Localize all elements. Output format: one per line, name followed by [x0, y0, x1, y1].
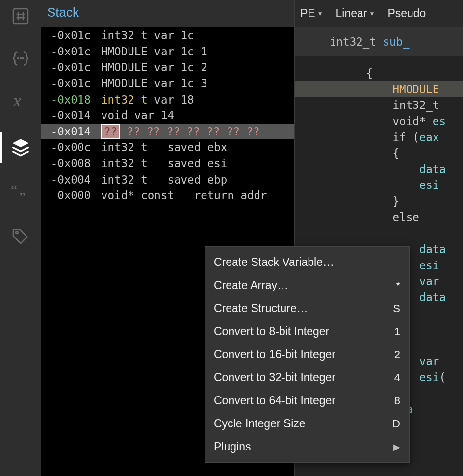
stack-value: int32_t __saved_esi [94, 156, 227, 172]
chevron-down-icon: ▼ [317, 10, 323, 17]
stack-value: HMODULE var_1c_2 [94, 59, 207, 76]
code-line[interactable]: void* es [295, 113, 463, 130]
stack-offset: -0x01c [41, 44, 94, 60]
panel-title-bar: Stack [41, 0, 294, 27]
svg-text:”: ” [19, 189, 26, 204]
menu-item-shortcut: 4 [394, 371, 400, 384]
view-mode-dropdown[interactable]: Linear▼ [336, 7, 375, 20]
decomp-sig-name[interactable]: sub_ [383, 35, 409, 48]
decomp-tabs: PE▼Linear▼Pseudo [295, 0, 463, 27]
stack-offset: -0x014 [41, 124, 94, 140]
code-line[interactable]: HMODULE [295, 81, 463, 98]
svg-point-2 [20, 58, 21, 59]
code-line[interactable]: data [295, 161, 463, 178]
menu-item-shortcut: S [393, 302, 400, 315]
stack-row[interactable]: -0x00cint32_t __saved_ebx [41, 139, 294, 156]
stack-offset: -0x004 [41, 172, 94, 188]
svg-point-7 [16, 231, 18, 234]
menu-item-label: Convert to 32-bit Integer [214, 371, 335, 384]
code-line[interactable]: if (eax [295, 130, 463, 146]
stack-row[interactable]: -0x01cint32_t var_1c [41, 27, 294, 44]
stack-offset: -0x014 [41, 107, 94, 124]
svg-point-3 [23, 58, 24, 59]
stack-offset: -0x00c [41, 139, 94, 156]
stack-value: int32_t __saved_ebx [94, 139, 227, 156]
stack-row[interactable]: -0x01cHMODULE var_1c_1 [41, 44, 294, 60]
code-line[interactable]: { [295, 145, 463, 161]
stack-row[interactable]: -0x018int32_t var_18 [41, 92, 294, 108]
context-menu-item[interactable]: Convert to 8-bit Integer1 [205, 320, 409, 343]
stack-value: int32_t var_18 [94, 92, 194, 108]
stack-row[interactable]: -0x014void var_14 [41, 107, 294, 124]
stack-offset: -0x008 [41, 156, 94, 172]
svg-point-1 [18, 58, 19, 59]
stack-value: int32_t __saved_ebp [94, 172, 227, 188]
sidebar-rail: x“” [0, 0, 41, 476]
code-line[interactable]: int32_t [295, 97, 463, 113]
menu-item-label: Create Structure… [214, 302, 308, 315]
stack-offset: -0x01c [41, 27, 94, 44]
dropdown-label: Pseudo [387, 7, 426, 20]
svg-text:“: “ [11, 184, 17, 198]
svg-text:x: x [13, 91, 21, 110]
unknown-bytes-selection[interactable]: ?? [101, 124, 120, 139]
layers-icon[interactable] [9, 136, 32, 159]
stack-value: int32_t var_1c [94, 27, 194, 44]
decomp-sig-type: int32_t [330, 35, 376, 48]
stack-value: HMODULE var_1c_3 [94, 76, 207, 92]
x-italic-icon[interactable]: x [9, 89, 32, 112]
context-menu-item[interactable]: Convert to 32-bit Integer4 [205, 366, 409, 389]
menu-item-label: Convert to 64-bit Integer [214, 394, 335, 407]
context-menu-item[interactable]: Convert to 16-bit Integer2 [205, 343, 409, 366]
hash-icon[interactable] [9, 5, 32, 27]
context-menu-item[interactable]: Cycle Integer SizeD [205, 412, 409, 435]
context-menu-item[interactable]: Plugins▶ [205, 435, 409, 458]
decomp-signature: int32_t sub_ [295, 27, 463, 56]
menu-item-label: Convert to 8-bit Integer [214, 325, 329, 338]
menu-item-label: Convert to 16-bit Integer [214, 348, 335, 361]
context-menu-item[interactable]: Create Stack Variable… [205, 251, 409, 274]
menu-item-shortcut: 1 [394, 325, 400, 338]
stack-value: void* const __return_addr [94, 187, 267, 204]
menu-item-label: Create Array… [214, 279, 288, 292]
context-menu[interactable]: Create Stack Variable…Create Array…*Crea… [205, 246, 410, 463]
view-mode-dropdown[interactable]: PE▼ [300, 7, 323, 20]
tag-icon[interactable] [9, 225, 32, 247]
view-mode-dropdown[interactable]: Pseudo [387, 7, 426, 20]
context-menu-item[interactable]: Create Array…* [205, 274, 409, 297]
chevron-down-icon: ▼ [369, 10, 375, 17]
stack-row[interactable]: -0x004int32_t __saved_ebp [41, 172, 294, 188]
stack-offset: -0x01c [41, 59, 94, 76]
code-line[interactable]: else [295, 210, 463, 226]
stack-offset: 0x000 [41, 187, 94, 204]
menu-item-label: Cycle Integer Size [214, 417, 306, 430]
stack-row[interactable]: -0x01cHMODULE var_1c_3 [41, 76, 294, 92]
stack-row[interactable]: -0x008int32_t __saved_esi [41, 156, 294, 172]
stack-value: void var_14 [94, 107, 174, 124]
svg-rect-0 [13, 9, 28, 24]
menu-item-label: Plugins [214, 440, 251, 453]
dropdown-label: Linear [336, 7, 367, 20]
braces-icon[interactable] [9, 47, 32, 70]
submenu-arrow-icon: ▶ [393, 442, 400, 452]
dropdown-label: PE [300, 7, 315, 20]
code-line[interactable] [295, 225, 463, 241]
stack-value: ?? ?? ?? ?? ?? ?? ?? ?? [94, 124, 260, 140]
menu-item-shortcut: 2 [394, 348, 400, 361]
stack-offset: -0x018 [41, 92, 94, 108]
panel-title: Stack [47, 5, 79, 20]
code-line[interactable]: esi [295, 177, 463, 193]
context-menu-item[interactable]: Create Structure…S [205, 297, 409, 320]
stack-row[interactable]: -0x014?? ?? ?? ?? ?? ?? ?? ?? [41, 124, 294, 140]
menu-item-shortcut: 8 [394, 395, 400, 407]
menu-item-shortcut: * [396, 279, 400, 292]
code-line[interactable]: } [295, 193, 463, 210]
stack-value: HMODULE var_1c_1 [94, 44, 207, 60]
stack-row[interactable]: 0x000void* const __return_addr [41, 187, 294, 204]
quotes-icon[interactable]: “” [9, 183, 32, 205]
context-menu-item[interactable]: Convert to 64-bit Integer8 [205, 389, 409, 412]
stack-row[interactable]: -0x01cHMODULE var_1c_2 [41, 59, 294, 76]
code-line[interactable]: { [295, 65, 463, 81]
stack-offset: -0x01c [41, 76, 94, 92]
menu-item-shortcut: D [392, 418, 400, 430]
